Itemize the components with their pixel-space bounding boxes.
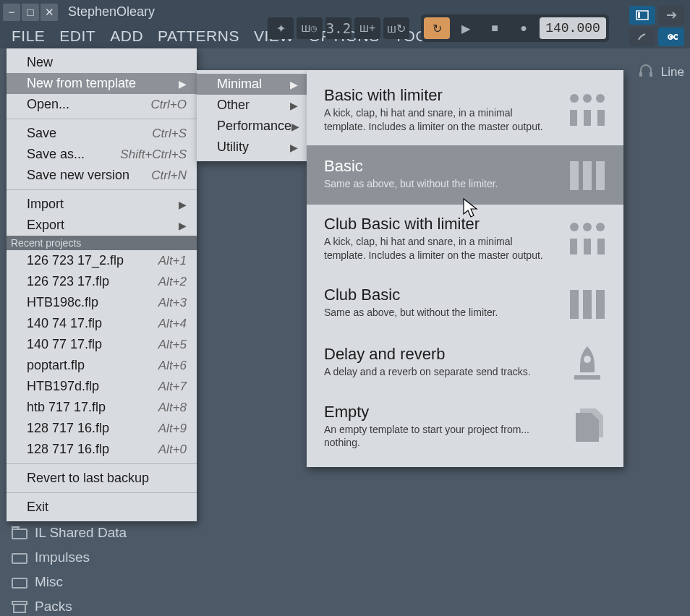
recent-project[interactable]: HTB198c.flpAlt+3 (7, 292, 197, 313)
svg-rect-7 (570, 110, 577, 126)
svg-rect-17 (584, 239, 591, 254)
menu-add[interactable]: ADD (103, 24, 150, 48)
folder-icon (12, 576, 27, 589)
svg-rect-21 (596, 290, 605, 319)
bars-icon (566, 155, 609, 193)
close-button[interactable]: ✕ (41, 4, 58, 21)
package-icon (12, 600, 27, 613)
svg-rect-12 (596, 161, 605, 190)
loop-icon[interactable]: ш↻ (383, 17, 409, 39)
recent-project[interactable]: 126 723 17.flpAlt+2 (7, 271, 197, 292)
file-menu-new[interactable]: New (7, 52, 197, 73)
record-button[interactable]: ● (511, 17, 537, 39)
view-link-button[interactable] (658, 27, 684, 46)
stop-button[interactable]: ■ (482, 17, 508, 39)
file-menu-save-as[interactable]: Save as...Shift+Ctrl+S (7, 144, 197, 165)
play-button[interactable]: ▶ (453, 17, 479, 39)
hint-text: Line (661, 65, 684, 80)
file-menu-import[interactable]: Import▶ (7, 194, 197, 215)
file-menu-save[interactable]: SaveCtrl+S (7, 123, 197, 144)
recent-projects-header: Recent projects (7, 236, 197, 250)
svg-rect-23 (574, 375, 600, 380)
metronome-icon[interactable]: ✦ (268, 17, 294, 39)
pattern-display[interactable]: 3.2 (325, 17, 352, 39)
template-club-basic[interactable]: Club BasicSame as above, but without the… (307, 274, 623, 333)
svg-rect-20 (583, 290, 592, 319)
svg-point-13 (570, 223, 579, 231)
template-empty[interactable]: EmptyAn empty template to start your pro… (307, 393, 623, 462)
maximize-button[interactable]: □ (22, 4, 39, 21)
rocket-icon (566, 343, 609, 381)
svg-rect-8 (584, 110, 591, 126)
browser-item[interactable]: IL Shared Data (12, 521, 127, 545)
svg-rect-9 (597, 110, 605, 126)
svg-rect-28 (12, 602, 27, 604)
bars-icon (566, 284, 609, 322)
file-menu: New New from template▶ Open...Ctrl+O Sav… (7, 48, 197, 521)
svg-point-14 (583, 223, 592, 231)
recent-project[interactable]: 126 723 17_2.flpAlt+1 (7, 250, 197, 271)
file-menu-save-new-version[interactable]: Save new versionCtrl+N (7, 165, 197, 186)
recent-project[interactable]: htb 717 17.flpAlt+8 (7, 397, 197, 418)
svg-point-15 (596, 223, 605, 231)
file-menu-open[interactable]: Open...Ctrl+O (7, 94, 197, 115)
svg-rect-24 (12, 529, 27, 539)
countdown-icon[interactable]: ш+ (354, 17, 380, 39)
recent-project[interactable]: 128 717 16.flpAlt+0 (7, 439, 197, 460)
minimize-button[interactable]: − (3, 4, 20, 21)
template-category-utility[interactable]: Utility▶ (197, 137, 307, 158)
sync-button[interactable]: ↻ (424, 17, 450, 39)
browser-item[interactable]: Packs (12, 594, 127, 616)
template-delay-and-reverb[interactable]: Delay and reverbA delay and a reverb on … (307, 333, 623, 393)
svg-point-5 (583, 94, 592, 103)
recent-project[interactable]: HTB197d.flpAlt+7 (7, 376, 197, 397)
svg-rect-26 (12, 578, 27, 588)
document-icon (566, 407, 609, 445)
beat-machine-icon (566, 220, 609, 257)
recent-project[interactable]: 140 74 17.flpAlt+4 (7, 313, 197, 334)
template-list: Basic with limiterA kick, clap, hi hat a… (307, 70, 623, 467)
svg-rect-19 (570, 290, 579, 319)
window-title: StephenOleary (68, 4, 155, 20)
recent-project[interactable]: 140 77 17.flpAlt+5 (7, 334, 197, 355)
svg-point-4 (570, 94, 579, 103)
template-category-performance[interactable]: Performance▶ (197, 116, 307, 137)
recent-project[interactable]: 128 717 16.flpAlt+9 (7, 418, 197, 439)
svg-point-6 (596, 94, 605, 103)
svg-rect-25 (12, 554, 27, 563)
view-playlist-button[interactable] (629, 6, 655, 25)
svg-rect-1 (638, 12, 640, 18)
svg-rect-2 (639, 72, 642, 77)
headphones-icon (638, 64, 654, 80)
file-menu-new-from-template[interactable]: New from template▶ (7, 73, 197, 94)
hint-bar: Line (638, 64, 684, 80)
template-basic-with-limiter[interactable]: Basic with limiterA kick, clap, hi hat a… (307, 76, 623, 145)
menu-patterns[interactable]: PATTERNS (150, 24, 247, 48)
file-menu-revert[interactable]: Revert to last backup (7, 468, 197, 489)
view-detach-button[interactable] (658, 6, 684, 25)
recent-project[interactable]: poptart.flpAlt+6 (7, 355, 197, 376)
template-category-menu: Minimal▶ Other▶ Performance▶ Utility▶ (197, 70, 307, 161)
template-category-other[interactable]: Other▶ (197, 95, 307, 116)
tempo-display[interactable]: 140.000 (540, 17, 606, 39)
svg-rect-3 (649, 72, 652, 77)
svg-rect-27 (14, 604, 25, 612)
toolbar: ✦ ш◷ 3.2 ш+ ш↻ ↻ ▶ ■ ● 140.000 (268, 0, 609, 56)
browser-item[interactable]: Misc (12, 570, 127, 594)
template-club-basic-with-limiter[interactable]: Club Basic with limiterA kick, clap, hi … (307, 205, 623, 274)
svg-rect-18 (597, 239, 605, 254)
file-menu-export[interactable]: Export▶ (7, 215, 197, 236)
menu-edit[interactable]: EDIT (52, 24, 103, 48)
wait-icon[interactable]: ш◷ (297, 17, 323, 39)
folder-icon (12, 551, 27, 564)
svg-rect-10 (570, 161, 579, 190)
folder-special-icon (12, 526, 27, 539)
template-category-minimal[interactable]: Minimal▶ (197, 74, 307, 95)
template-basic[interactable]: BasicSame as above, but without the limi… (307, 145, 623, 205)
menu-file[interactable]: FILE (4, 24, 52, 48)
svg-rect-11 (583, 161, 592, 190)
svg-rect-16 (570, 239, 577, 254)
browser-item[interactable]: Impulses (12, 545, 127, 570)
file-menu-exit[interactable]: Exit (7, 497, 197, 518)
view-brush-button[interactable] (629, 27, 655, 46)
